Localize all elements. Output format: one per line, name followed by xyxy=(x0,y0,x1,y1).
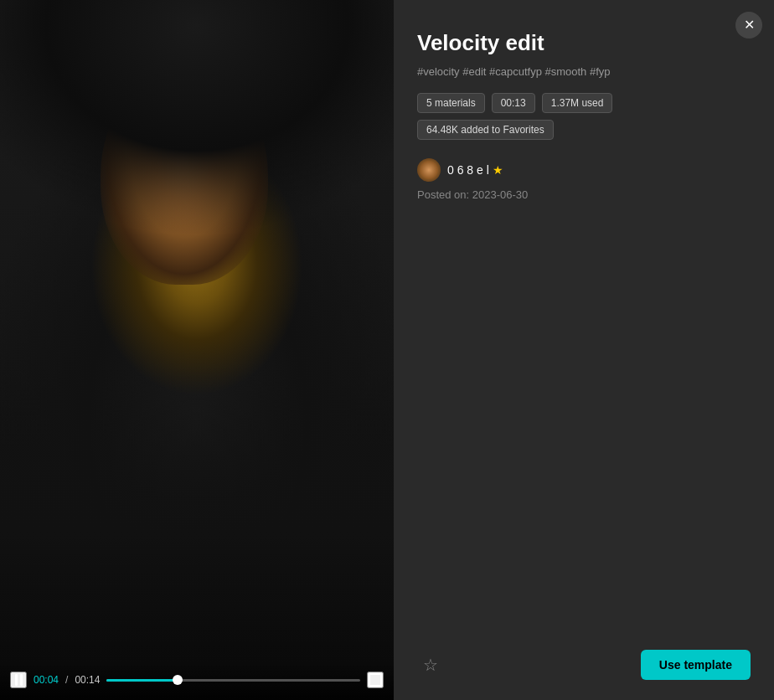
avatar xyxy=(417,158,441,182)
fullscreen-button[interactable] xyxy=(367,672,384,688)
use-template-button[interactable]: Use template xyxy=(641,650,751,680)
progress-thumb xyxy=(173,675,183,685)
posted-date: Posted on: 2023-06-30 xyxy=(417,188,751,201)
progress-fill xyxy=(106,679,178,682)
badge-duration: 00:13 xyxy=(492,93,535,113)
template-title: Velocity edit xyxy=(417,30,751,56)
badge-used: 1.37M used xyxy=(542,93,613,113)
author-row: 0 6 8 e l ★ xyxy=(417,158,751,182)
video-hood xyxy=(0,0,394,251)
info-panel: ✕ Velocity edit #velocity #edit #capcutf… xyxy=(394,0,774,700)
video-body xyxy=(0,365,394,700)
badge-favorites: 64.48K added to Favorites xyxy=(417,120,554,140)
star-outline-icon: ☆ xyxy=(423,655,438,675)
time-current: 00:04 xyxy=(34,674,59,686)
time-separator: / xyxy=(65,674,68,686)
time-total: 00:14 xyxy=(75,674,100,686)
author-name: 0 6 8 e l ★ xyxy=(447,163,503,177)
video-controls: 00:04 / 00:14 xyxy=(0,663,394,700)
video-panel: 00:04 / 00:14 xyxy=(0,0,394,700)
bottom-bar: ☆ Use template xyxy=(417,636,751,680)
badges-row: 5 materials 00:13 1.37M used 64.48K adde… xyxy=(417,93,751,140)
avatar-inner xyxy=(420,161,438,179)
close-button[interactable]: ✕ xyxy=(735,12,762,39)
favorite-button[interactable]: ☆ xyxy=(417,651,444,678)
pause-icon xyxy=(15,674,23,686)
author-star-icon: ★ xyxy=(493,163,503,177)
video-background xyxy=(0,0,394,700)
progress-track[interactable] xyxy=(106,679,360,682)
hashtags: #velocity #edit #capcutfyp #smooth #fyp xyxy=(417,64,751,80)
badge-materials: 5 materials xyxy=(417,93,485,113)
fullscreen-icon xyxy=(369,673,382,687)
close-icon: ✕ xyxy=(744,18,755,32)
pause-button[interactable] xyxy=(10,672,27,688)
